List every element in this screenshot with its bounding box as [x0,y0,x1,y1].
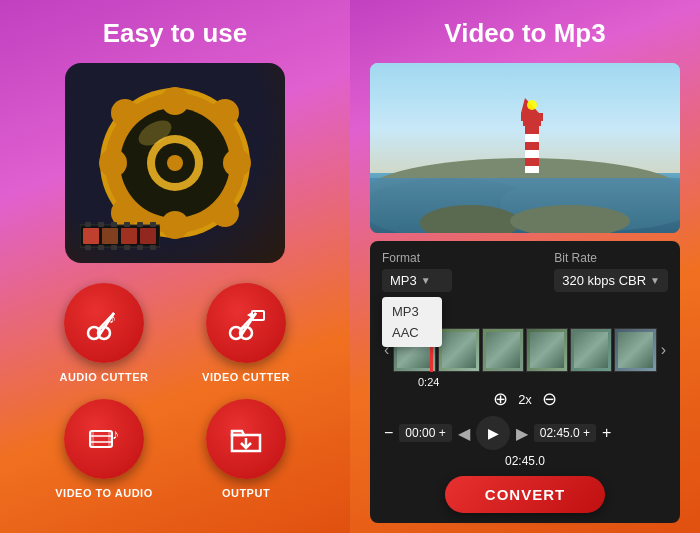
timeline-frame-4 [526,328,568,372]
svg-point-8 [211,199,239,227]
svg-text:♪: ♪ [112,426,119,442]
svg-rect-58 [521,113,543,121]
video-cutter-item: VIDEO CUTTER [187,283,305,383]
scissors-video-icon [224,301,268,345]
end-time-display: 02:45.0 + [534,424,596,442]
trim-left-arrow[interactable]: ◀ [458,424,470,443]
output-label: OUTPUT [222,487,270,499]
audio-cutter-item: ♪ AUDIO CUTTER [45,283,163,383]
play-button[interactable]: ▶ [476,416,510,450]
playhead-time: 0:24 [418,376,439,388]
video-scene-svg [370,63,680,233]
svg-marker-43 [247,312,252,318]
format-option-mp3[interactable]: MP3 [382,301,442,322]
svg-rect-30 [102,228,118,244]
svg-rect-31 [121,228,137,244]
svg-point-7 [111,99,139,127]
format-dropdown[interactable]: MP3 ▼ [382,269,452,292]
svg-rect-60 [525,126,539,134]
svg-point-63 [527,100,537,110]
buttons-grid: ♪ AUDIO CUTTER VIDEO CUTTER [45,283,305,499]
convert-button[interactable]: CONVERT [445,476,605,513]
scissors-music-icon: ♪ [82,301,126,345]
bitrate-dropdown[interactable]: 320 kbps CBR ▼ [554,269,668,292]
output-item: OUTPUT [187,399,305,499]
trim-right-arrow[interactable]: ▶ [516,424,528,443]
svg-point-9 [211,99,239,127]
svg-rect-17 [85,222,91,227]
svg-rect-28 [150,245,156,250]
svg-rect-29 [83,228,99,244]
svg-text:♪: ♪ [109,310,116,326]
zoom-level: 2x [518,392,532,407]
right-panel: Video to Mp3 [350,0,700,533]
start-time-display: 00:00 + [399,424,451,442]
svg-point-13 [167,155,183,171]
video-to-audio-button[interactable]: ♪ [64,399,144,479]
timeline-frame-3 [482,328,524,372]
svg-rect-27 [137,245,143,250]
format-value: MP3 [390,273,417,288]
left-title: Easy to use [103,18,248,49]
zoom-out-icon[interactable]: ⊖ [542,388,557,410]
timeline-frame-5 [570,328,612,372]
bitrate-label: Bit Rate [554,251,668,265]
output-button[interactable] [206,399,286,479]
playback-row: − 00:00 + ◀ ▶ ▶ 02:45.0 + + [382,416,668,450]
start-time-control: − 00:00 + [382,424,452,442]
video-cutter-button[interactable] [206,283,286,363]
svg-point-4 [161,211,189,239]
svg-point-6 [223,149,251,177]
timeline-frame-2 [438,328,480,372]
duration-display: 02:45.0 [382,454,668,468]
format-option-aac[interactable]: AAC [382,322,442,343]
audio-cutter-button[interactable]: ♪ [64,283,144,363]
svg-rect-45 [90,431,94,447]
left-panel: Easy to use [0,0,350,533]
svg-rect-26 [124,245,130,250]
video-thumbnail [370,63,680,233]
format-section: Format MP3 ▼ MP3 AAC [382,251,452,292]
svg-rect-32 [140,228,156,244]
svg-rect-18 [98,222,104,227]
end-time-plus[interactable]: + [600,424,613,442]
svg-rect-19 [111,222,117,227]
film-reel-container [65,63,285,263]
start-time-minus[interactable]: − [382,424,395,442]
end-time-control: 02:45.0 + + [534,424,614,442]
svg-rect-20 [124,222,130,227]
svg-point-3 [161,87,189,115]
zoom-controls: ⊕ 2x ⊖ [382,388,668,410]
format-dropdown-menu: MP3 AAC [382,297,442,347]
film-strip-icon [80,215,160,255]
play-icon: ▶ [488,425,499,441]
svg-rect-24 [98,245,104,250]
svg-rect-61 [525,142,539,150]
bitrate-section: Bit Rate 320 kbps CBR ▼ [554,251,668,292]
film-music-icon: ♪ [82,417,126,461]
format-dropdown-arrow: ▼ [421,275,431,286]
zoom-in-icon[interactable]: ⊕ [493,388,508,410]
bitrate-value: 320 kbps CBR [562,273,646,288]
svg-rect-22 [150,222,156,227]
download-icon [224,417,268,461]
svg-rect-23 [85,245,91,250]
format-bitrate-row: Format MP3 ▼ MP3 AAC Bit Rate [382,251,668,292]
timeline-frame-6 [614,328,656,372]
video-cutter-label: VIDEO CUTTER [202,371,290,383]
svg-point-5 [99,149,127,177]
format-label: Format [382,251,452,265]
video-to-audio-item: ♪ VIDEO TO AUDIO [45,399,163,499]
svg-rect-62 [525,158,539,166]
video-to-audio-label: VIDEO TO AUDIO [55,487,152,499]
svg-rect-21 [137,222,143,227]
controls-area: Format MP3 ▼ MP3 AAC Bit Rate [370,241,680,523]
right-title: Video to Mp3 [444,18,605,49]
timeline-scroll-right[interactable]: › [659,341,668,359]
svg-rect-25 [111,245,117,250]
bitrate-dropdown-arrow: ▼ [650,275,660,286]
audio-cutter-label: AUDIO CUTTER [59,371,148,383]
